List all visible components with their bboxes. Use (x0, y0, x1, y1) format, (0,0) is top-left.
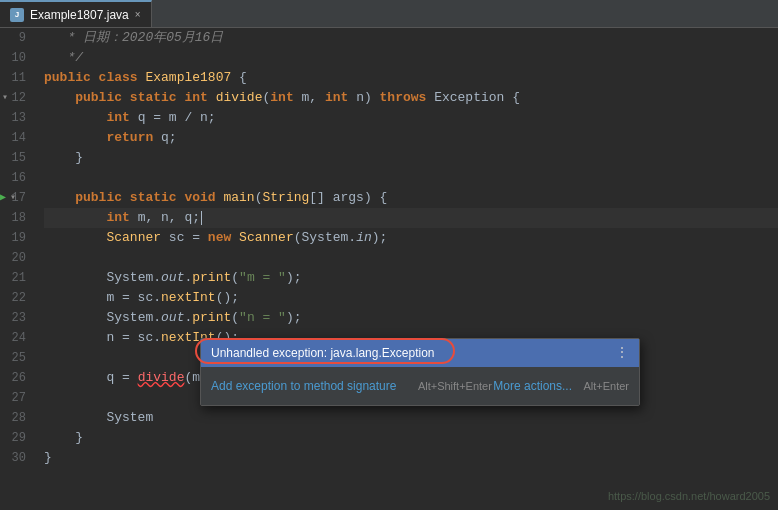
suggestion-popup: Unhandled exception: java.lang.Exception… (200, 338, 640, 406)
code-lines: * 日期：2020年05月16日 */ public class Example… (40, 28, 778, 510)
line-num-28: 28 (0, 408, 32, 428)
line-num-12: ▾ 12 (0, 88, 32, 108)
line-num-18: 18 (0, 208, 32, 228)
code-line-23: System.out.print("n = "); (44, 308, 778, 328)
code-line-15: } (44, 148, 778, 168)
text-cursor (201, 211, 202, 225)
line-num-19: 19 (0, 228, 32, 248)
line-num-23: 23 (0, 308, 32, 328)
code-line-21: System.out.print("m = "); (44, 268, 778, 288)
line-num-9: 9 (0, 28, 32, 48)
tab-bar: J Example1807.java × (0, 0, 778, 28)
code-line-14: return q; (44, 128, 778, 148)
code-line-19: Scanner sc = new Scanner(System.in); (44, 228, 778, 248)
code-area: 9 10 11 ▾ 12 13 14 15 16 ▶ ▾ 17 18 19 20… (0, 28, 778, 510)
line-num-21: 21 (0, 268, 32, 288)
code-line-13: int q = m / n; (44, 108, 778, 128)
add-exception-action[interactable]: Add exception to method signature (211, 376, 396, 396)
code-line-20 (44, 248, 778, 268)
code-line-29: } (44, 428, 778, 448)
line-num-25: 25 (0, 348, 32, 368)
code-line-17: public static void main(String[] args) { (44, 188, 778, 208)
code-line-12: public static int divide(int m, int n) t… (44, 88, 778, 108)
code-line-16 (44, 168, 778, 188)
watermark: https://blog.csdn.net/howard2005 (608, 486, 770, 506)
code-line-18: int m, n, q; (44, 208, 778, 228)
code-line-9: * 日期：2020年05月16日 (44, 28, 778, 48)
java-file-icon: J (10, 8, 24, 22)
add-exception-shortcut: Alt+Shift+Enter (418, 376, 492, 396)
suggestion-header: Unhandled exception: java.lang.Exception… (201, 339, 639, 367)
line-num-29: 29 (0, 428, 32, 448)
more-actions-shortcut: Alt+Enter (583, 376, 629, 396)
code-line-22: m = sc.nextInt(); (44, 288, 778, 308)
line-num-17: ▶ ▾ 17 (0, 188, 32, 208)
tab-label: Example1807.java (30, 8, 129, 22)
code-line-10: */ (44, 48, 778, 68)
suggestion-menu-dots-icon[interactable]: ⋮ (615, 343, 629, 363)
suggestion-action-row: Add exception to method signature Alt+Sh… (201, 373, 639, 399)
line-num-11: 11 (0, 68, 32, 88)
line-num-14: 14 (0, 128, 32, 148)
line-numbers: 9 10 11 ▾ 12 13 14 15 16 ▶ ▾ 17 18 19 20… (0, 28, 40, 510)
code-line-28: System (44, 408, 778, 428)
tab-close-icon[interactable]: × (135, 9, 141, 20)
more-actions-label[interactable]: More actions... (493, 376, 572, 396)
line-num-15: 15 (0, 148, 32, 168)
line-num-30: 30 (0, 448, 32, 468)
line-num-10: 10 (0, 48, 32, 68)
line-num-24: 24 (0, 328, 32, 348)
suggestion-actions: Add exception to method signature Alt+Sh… (201, 367, 639, 405)
active-tab[interactable]: J Example1807.java × (0, 0, 152, 27)
line-num-20: 20 (0, 248, 32, 268)
suggestion-header-text: Unhandled exception: java.lang.Exception (211, 343, 435, 363)
line-num-27: 27 (0, 388, 32, 408)
editor-container: J Example1807.java × 9 10 11 ▾ 12 13 14 … (0, 0, 778, 510)
line-num-13: 13 (0, 108, 32, 128)
line-num-26: 26 (0, 368, 32, 388)
code-line-11: public class Example1807 { (44, 68, 778, 88)
line-num-22: 22 (0, 288, 32, 308)
code-line-30: } (44, 448, 778, 468)
line-num-16: 16 (0, 168, 32, 188)
